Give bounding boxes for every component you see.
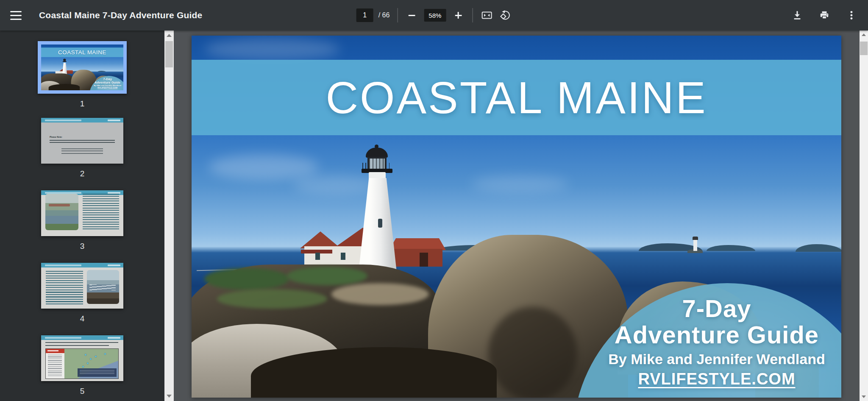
shrubs bbox=[204, 268, 289, 290]
thumbnail-page-5[interactable]: 5 bbox=[41, 335, 123, 397]
distant-lighthouse-cap bbox=[693, 237, 698, 240]
scroll-up-arrow[interactable] bbox=[167, 34, 172, 37]
badge-text: 7-Day Adventure Guide By Mike and Jennif… bbox=[92, 78, 123, 89]
thumbnail-page-number: 4 bbox=[80, 314, 85, 324]
shrubs bbox=[287, 267, 367, 285]
thumbnail-page-1[interactable]: COASTAL MAINE 7-Day Adventure Guide By M… bbox=[38, 41, 127, 109]
mini-page-header bbox=[41, 335, 123, 340]
house-window bbox=[341, 253, 345, 260]
thumbnail-column: COASTAL MAINE 7-Day Adventure Guide By M… bbox=[0, 31, 164, 397]
map-marker bbox=[85, 354, 86, 356]
rotate-counterclockwise-button[interactable] bbox=[499, 9, 512, 22]
page-count-label: / 66 bbox=[378, 11, 390, 19]
path bbox=[331, 283, 429, 305]
badge-line4: RVLIFESTYLE.COM bbox=[592, 369, 841, 389]
print-button[interactable] bbox=[817, 8, 832, 22]
thumbnail-page-number: 5 bbox=[80, 387, 85, 397]
menu-icon[interactable] bbox=[10, 8, 24, 22]
toolbar-left-group: Coastal Maine 7-Day Adventure Guide bbox=[10, 0, 202, 31]
mini-snippet: Please Note: bbox=[50, 136, 62, 138]
plus-icon bbox=[455, 12, 462, 19]
shrubs bbox=[217, 289, 327, 309]
badge-line3: By Mike and Jennifer Wendland bbox=[592, 349, 841, 369]
mini-text-lines bbox=[50, 140, 115, 145]
cloud bbox=[204, 38, 340, 60]
zoom-in-button[interactable] bbox=[452, 9, 465, 22]
cover-art: COASTAL MAINE 7-Day Adventure Guide By M… bbox=[192, 36, 841, 398]
document-title: Coastal Maine 7-Day Adventure Guide bbox=[39, 10, 202, 20]
thumbnail-frame: Please Note: bbox=[41, 118, 123, 164]
distant-lighthouse bbox=[693, 239, 697, 251]
shed-door bbox=[420, 253, 428, 267]
hamburger-bar bbox=[10, 19, 22, 20]
mini-map-panel-header bbox=[46, 349, 64, 353]
map-marker bbox=[90, 358, 92, 360]
house-window bbox=[315, 253, 320, 260]
thumbnail-selection-frame: COASTAL MAINE 7-Day Adventure Guide By M… bbox=[38, 41, 127, 94]
scroll-down-arrow[interactable] bbox=[862, 395, 866, 398]
hamburger-bar bbox=[10, 11, 22, 12]
thumbnail-page-art bbox=[41, 335, 123, 381]
fit-to-width-icon bbox=[481, 10, 492, 20]
fit-to-width-button[interactable] bbox=[480, 9, 493, 22]
mini-page-header bbox=[41, 118, 123, 123]
island bbox=[98, 71, 106, 72]
thumbnail-page-2[interactable]: Please Note: 2 bbox=[41, 118, 123, 179]
shed bbox=[393, 249, 442, 267]
shed bbox=[67, 72, 73, 74]
lighthouse-upper-drum bbox=[369, 172, 386, 179]
thumbnail-page-art bbox=[41, 263, 123, 309]
document-viewer: COASTAL MAINE 7-Day Adventure Guide By M… bbox=[174, 31, 868, 401]
lighthouse-gallery bbox=[63, 61, 67, 62]
cover-title: COASTAL MAINE bbox=[58, 49, 106, 56]
scroll-up-arrow[interactable] bbox=[862, 33, 866, 36]
map-marker bbox=[104, 353, 106, 355]
main-scrollbar[interactable] bbox=[860, 31, 868, 401]
thumbnail-page-4[interactable]: 4 bbox=[41, 263, 123, 324]
lighthouse-window bbox=[378, 219, 382, 228]
page-number-input[interactable] bbox=[356, 8, 373, 22]
cloud bbox=[209, 154, 319, 180]
thumbnail-frame bbox=[41, 335, 123, 381]
mini-map bbox=[46, 349, 118, 379]
download-icon bbox=[792, 10, 803, 21]
cover-title: COASTAL MAINE bbox=[326, 72, 707, 123]
toolbar-divider bbox=[472, 8, 473, 22]
thumbnail-page-3[interactable]: 3 bbox=[41, 190, 123, 252]
badge-line4: RVLIFESTYLE.COM bbox=[92, 86, 123, 89]
mini-map-panel-lines bbox=[48, 355, 62, 376]
mini-page-header bbox=[41, 263, 123, 267]
thumbnail-frame bbox=[41, 263, 123, 309]
sidebar-scrollbar[interactable] bbox=[164, 31, 174, 401]
thumbnail-sidebar: COASTAL MAINE 7-Day Adventure Guide By M… bbox=[0, 31, 174, 401]
mini-paragraph: Please Note: bbox=[50, 132, 115, 139]
thumbnail-page-art bbox=[41, 190, 123, 236]
pdf-viewer-app: { "toolbar": { "title": "Coastal Maine 7… bbox=[0, 0, 868, 401]
download-button[interactable] bbox=[790, 8, 804, 22]
mini-text-lines bbox=[46, 271, 83, 306]
mini-text-lines bbox=[45, 345, 109, 347]
more-options-button[interactable] bbox=[844, 8, 859, 22]
badge-line2: Adventure Guide bbox=[592, 321, 841, 348]
main-scrollbar-thumb[interactable] bbox=[860, 42, 868, 55]
mini-map-overlay bbox=[78, 368, 117, 377]
pdf-page-1: COASTAL MAINE 7-Day Adventure Guide By M… bbox=[192, 36, 841, 398]
scroll-down-arrow[interactable] bbox=[167, 395, 172, 398]
map-marker bbox=[87, 362, 89, 364]
thumbnail-cover-art: COASTAL MAINE 7-Day Adventure Guide By M… bbox=[41, 45, 123, 90]
zoom-level-value[interactable]: 58% bbox=[424, 9, 446, 22]
rock-shadow bbox=[488, 307, 577, 398]
toolbar-center-group: / 66 58% bbox=[356, 0, 512, 31]
badge-line1: 7-Day bbox=[592, 296, 841, 321]
sidebar-scrollbar-thumb[interactable] bbox=[165, 41, 173, 67]
mini-text-lines bbox=[45, 342, 118, 344]
mini-harbor-photo bbox=[45, 194, 78, 230]
cloud bbox=[293, 175, 378, 194]
thumbnail-page-art: Please Note: bbox=[41, 118, 123, 164]
map-marker bbox=[82, 366, 84, 368]
thumbnail-page-number: 3 bbox=[80, 242, 85, 252]
shed-roof bbox=[389, 238, 446, 250]
title-band: COASTAL MAINE bbox=[192, 60, 841, 135]
hamburger-bar bbox=[10, 15, 22, 16]
zoom-out-button[interactable] bbox=[405, 9, 418, 22]
